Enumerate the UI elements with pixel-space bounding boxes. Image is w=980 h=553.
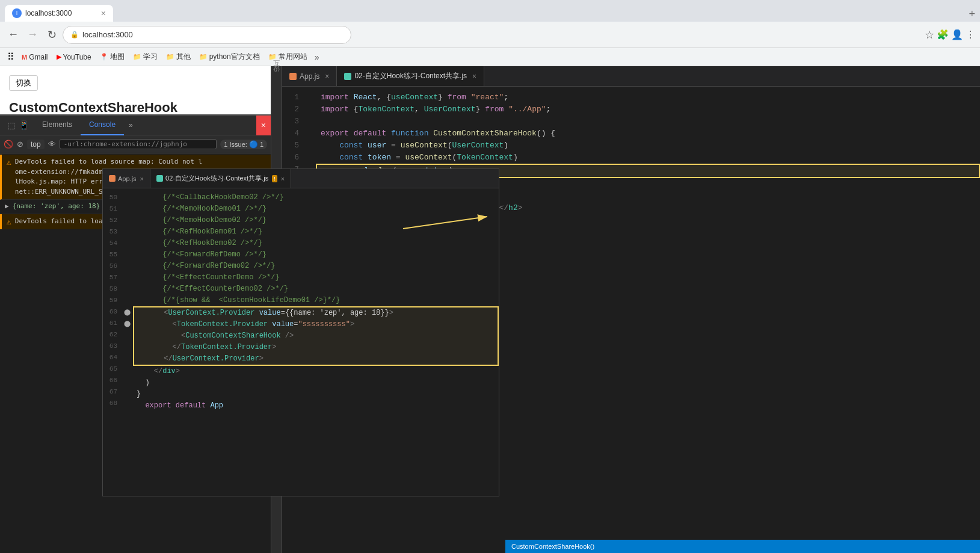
bookmark-python[interactable]: 📁 python官方文档 [196, 51, 263, 63]
refresh-button[interactable]: ↻ [43, 26, 60, 43]
overlay-warning-badge: ! [272, 175, 277, 182]
bookmark-gmail[interactable]: M Gmail [18, 52, 52, 63]
editor-tabs: App.js × 02-自定义Hook练习-Context共享.js × [282, 66, 980, 87]
overlay-custom-icon [156, 175, 163, 182]
profile-icon[interactable]: 👤 [951, 29, 963, 40]
breakpoint-61: ⬤ [124, 320, 131, 327]
address-text: localhost:3000 [82, 30, 133, 39]
tab-console[interactable]: Console [81, 116, 124, 135]
custom-tab-icon [344, 73, 351, 80]
appjs-tab-icon [289, 73, 297, 80]
editor-tab-custom[interactable]: 02-自定义Hook练习-Context共享.js × [337, 66, 484, 87]
issue-icon: 🔵 [249, 140, 258, 149]
ov-line-58: {/*<EffectCounterDemo02 />*/} [133, 283, 499, 295]
code-line-4: export default function CustomContextSha… [316, 128, 980, 140]
devtools-close-btn[interactable]: × [256, 116, 271, 135]
bookmark-maps[interactable]: 📍 地图 [96, 51, 128, 63]
expand-icon[interactable]: ▶ [5, 202, 9, 210]
ov-line-62: <CustomContextShareHook /> [133, 330, 499, 342]
code-line-2: import {TokenContext, UserContext} from … [316, 103, 980, 116]
forward-button[interactable]: → [24, 26, 41, 43]
overlay-line-numbers: 5051525354 5556575859 6061626364 6566676… [103, 188, 121, 496]
switch-button[interactable]: 切换 [9, 75, 38, 91]
eye-icon[interactable]: 👁 [48, 140, 56, 149]
bookmark-other[interactable]: 📁 其他 [162, 51, 194, 63]
overlay-gutter: ⬤ ⬤ [121, 188, 133, 496]
status-bar: CustomContextShareHook() [505, 540, 980, 553]
new-tab-icon[interactable]: + [969, 8, 975, 20]
ov-line-51: {/*<MemoHookDemo01 />*/} [133, 203, 499, 215]
overlay-lines: {/*<CallbackHookDemo02 />*/} {/*<MemoHoo… [133, 188, 499, 496]
ov-line-64: </UserContext.Provider> [133, 353, 499, 366]
menu-icon[interactable]: ⋮ [966, 29, 975, 40]
tab-favicon: l [12, 8, 22, 18]
custom-tab-close[interactable]: × [472, 72, 476, 81]
active-tab[interactable]: l localhost:3000 × [5, 5, 113, 22]
bookmark-study[interactable]: 📁 学习 [129, 51, 161, 63]
code-line-1: import React, {useContext} from "react"; [316, 91, 980, 103]
ov-line-65: </div> [133, 366, 499, 377]
code-line-3 [316, 116, 980, 128]
page-title: CustomContextShareHook [9, 100, 262, 116]
top-label[interactable]: top [27, 140, 45, 149]
address-bar[interactable]: 🔒 localhost:3000 [63, 26, 351, 44]
tab-elements[interactable]: Elements [34, 116, 81, 135]
ov-line-54: {/*<RefHookDemo02 />*/} [133, 238, 499, 249]
overlay-code: 5051525354 5556575859 6061626364 6566676… [103, 188, 499, 496]
breakpoint-60: ⬤ [124, 309, 131, 316]
overlay-tab-custom[interactable]: 02-自定义Hook练习-Context共享.js ! × [150, 169, 291, 188]
ov-line-68: export default App [133, 400, 499, 412]
bookmark-common[interactable]: 📁 常用网站 [265, 51, 311, 63]
devtools-device-icon[interactable]: 📱 [17, 119, 30, 131]
ov-line-63: </TokenContext.Provider> [133, 342, 499, 353]
overlay-tab-appjs[interactable]: App.js × [103, 169, 150, 188]
warning-icon-2: ⚠ [7, 217, 11, 226]
bookmark-icon[interactable]: ☆ [925, 28, 934, 42]
overlay-editor: App.js × 02-自定义Hook练习-Context共享.js ! × 5… [102, 168, 499, 496]
more-bookmarks-icon[interactable]: » [312, 51, 322, 63]
back-button[interactable]: ← [5, 26, 22, 43]
code-line-6: const token = useContext(TokenContext) [316, 152, 980, 164]
tab-title: localhost:3000 [25, 9, 72, 17]
ov-line-50: {/*<CallbackHookDemo02 />*/} [133, 192, 499, 203]
lock-icon: 🔒 [70, 31, 79, 39]
extensions-icon[interactable]: 🧩 [937, 29, 949, 40]
result-obj: {name: 'zep', age: 18} [13, 202, 100, 210]
issue-badge[interactable]: 1 Issue: 🔵 1 [220, 140, 267, 149]
filter-icon[interactable]: ⊘ [17, 140, 23, 149]
bookmarks-bar: ⠿ M Gmail ▶ YouTube 📍 地图 📁 学习 📁 其他 📁 pyt… [0, 48, 980, 66]
code-line-5: const user = useContext(UserContext) [316, 140, 980, 152]
appjs-tab-close[interactable]: × [325, 72, 329, 81]
overlay-tab-bar: App.js × 02-自定义Hook练习-Context共享.js ! × [103, 169, 499, 188]
main-area: 切换 CustomContextShareHook ⬚ 📱 Elements C… [0, 66, 980, 553]
ov-line-55: {/*<ForwardRefDemo />*/} [133, 249, 499, 261]
bookmark-youtube[interactable]: ▶ YouTube [53, 52, 95, 63]
devtools-tab-bar: ⬚ 📱 Elements Console » × [0, 116, 271, 135]
ov-line-67: } [133, 389, 499, 400]
editor-tab-appjs[interactable]: App.js × [282, 66, 337, 87]
tab-close-icon[interactable]: × [101, 8, 106, 18]
ov-line-56: {/*<ForwardRefDemo02 />*/} [133, 261, 499, 272]
apps-icon[interactable]: ⠿ [5, 50, 17, 64]
overlay-appjs-close[interactable]: × [140, 175, 144, 182]
filter-url[interactable]: -url:chrome-extension://jgphnjo [60, 139, 217, 149]
overlay-custom-close[interactable]: × [281, 175, 285, 182]
warning-icon-1: ⚠ [7, 158, 11, 167]
ov-line-59: {/*{show && <CustomHookLifeDemo01 />}*/} [133, 295, 499, 306]
nav-bar: ← → ↻ 🔒 localhost:3000 ☆ 🧩 👤 ⋮ [0, 22, 980, 48]
tab-more[interactable]: » [124, 116, 138, 135]
devtools-cursor-icon[interactable]: ⬚ [6, 119, 16, 131]
ov-line-61: <TokenContext.Provider value="ssssssssss… [133, 319, 499, 330]
ov-line-66: ) [133, 377, 499, 389]
ov-line-60: <UserContext.Provider value={{name: 'zep… [133, 306, 499, 319]
clear-console-icon[interactable]: 🚫 [4, 140, 13, 149]
console-toolbar: 🚫 ⊘ top 👁 -url:chrome-extension://jgphnj… [0, 135, 271, 153]
ov-line-52: {/*<MemoHookDemo02 />*/} [133, 215, 499, 226]
status-function: CustomContextShareHook() [511, 543, 594, 550]
ov-line-57: {/*<EffectCounterDemo />*/} [133, 272, 499, 283]
browser-chrome: l localhost:3000 × + ← → ↻ 🔒 localhost:3… [0, 0, 980, 66]
ov-line-53: {/*<RefHookDemo01 />*/} [133, 226, 499, 238]
tab-bar: l localhost:3000 × + [0, 0, 980, 22]
overlay-appjs-icon [109, 175, 116, 182]
